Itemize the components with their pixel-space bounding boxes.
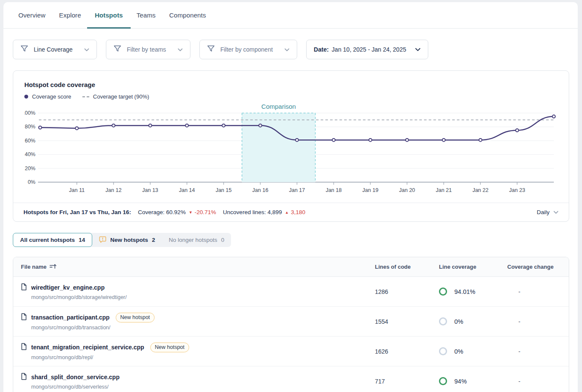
date-label: Date:	[314, 46, 329, 53]
file-icon	[21, 343, 27, 352]
summary-label: Hotspots for Fri, Jan 17 vs Thu, Jan 16:	[23, 209, 131, 215]
data-point[interactable]	[149, 124, 152, 127]
file-cell: shard_split_donor_service.cpp mongo/src/…	[13, 373, 375, 390]
x-tick-label: Jan 21	[436, 187, 452, 193]
sort-ascending-icon	[50, 264, 57, 270]
comparison-label: Comparison	[261, 103, 296, 110]
file-path: mongo/src/mongo/db/transaction/	[31, 325, 375, 331]
coverage-chart: 0%20%40%60%80%100%ComparisonJan 11Jan 12…	[24, 102, 571, 194]
tab-explore[interactable]: Explore	[59, 2, 81, 28]
coverage-ring	[439, 287, 447, 296]
file-cell: tenant_migration_recipient_service.cpp N…	[13, 343, 375, 360]
comparison-summary: Hotspots for Fri, Jan 17 vs Thu, Jan 16:…	[13, 203, 569, 221]
loc-value: 1626	[375, 348, 439, 355]
x-tick-label: Jan 11	[69, 187, 85, 193]
date-range-value: Jan 10, 2025 - Jan 24, 2025	[332, 46, 406, 53]
data-point[interactable]	[222, 124, 225, 127]
file-name[interactable]: tenant_migration_recipient_service.cpp	[31, 344, 144, 351]
file-icon	[21, 313, 27, 322]
new-hotspots-count: 2	[152, 237, 155, 243]
data-point[interactable]	[185, 124, 188, 127]
table-body: wiredtiger_kv_engine.cpp mongo/src/mongo…	[13, 277, 569, 392]
x-tick-label: Jan 14	[179, 187, 195, 193]
data-point[interactable]	[369, 139, 372, 142]
legend-dash-icon	[82, 96, 89, 97]
tab-hotspots[interactable]: Hotspots	[95, 2, 123, 28]
x-tick-label: Jan 22	[472, 187, 488, 193]
coverage-ring	[439, 377, 447, 385]
file-icon	[21, 373, 27, 382]
granularity-dropdown[interactable]: Daily	[537, 209, 559, 215]
table-row[interactable]: wiredtiger_kv_engine.cpp mongo/src/mongo…	[13, 277, 569, 307]
coverage-value: 94.01%	[454, 288, 475, 295]
data-point[interactable]	[332, 139, 335, 142]
hotspots-table: File name Lines of code Line coverage Co…	[13, 257, 569, 392]
coverage-cell: 94.01%	[439, 287, 507, 296]
data-point[interactable]	[112, 124, 115, 127]
y-tick-label: 20%	[25, 166, 35, 171]
file-name[interactable]: shard_split_donor_service.cpp	[31, 374, 120, 380]
data-point[interactable]	[259, 124, 262, 127]
funnel-icon	[114, 45, 121, 54]
alert-bubble-icon	[99, 236, 106, 244]
table-header: File name Lines of code Line coverage Co…	[13, 257, 569, 277]
table-row[interactable]: tenant_migration_recipient_service.cpp N…	[13, 337, 569, 366]
coverage-filter-value: Line Coverage	[34, 46, 73, 53]
funnel-icon	[207, 45, 215, 54]
legend-dot-icon	[24, 95, 28, 99]
tab-all-current-hotspots[interactable]: All current hotspots 14	[13, 233, 92, 247]
x-tick-label: Jan 15	[216, 187, 232, 193]
uncovered-delta: ▲3,180	[285, 209, 305, 215]
legend-coverage-target: Coverage target (90%)	[82, 93, 149, 100]
loc-value: 1286	[375, 288, 439, 295]
column-header-coverage-change: Coverage change	[507, 264, 569, 270]
file-cell: transaction_participant.cpp New hotspot …	[13, 313, 375, 331]
new-hotspot-badge: New hotspot	[116, 313, 155, 322]
x-tick-label: Jan 19	[363, 187, 379, 193]
column-header-file-name[interactable]: File name	[13, 264, 375, 270]
chevron-down-icon	[84, 46, 89, 53]
data-point[interactable]	[553, 115, 556, 118]
x-tick-label: Jan 17	[289, 187, 305, 193]
data-point[interactable]	[516, 129, 519, 132]
hotspot-tabs: All current hotspots 14 New hotspots 2 N…	[13, 233, 568, 247]
teams-filter-dropdown[interactable]: Filter by teams	[106, 40, 190, 59]
tab-components[interactable]: Components	[169, 2, 206, 28]
x-tick-label: Jan 20	[399, 187, 415, 193]
data-point[interactable]	[295, 139, 298, 142]
data-point[interactable]	[442, 139, 445, 142]
y-tick-label: 40%	[25, 151, 35, 157]
y-tick-label: 60%	[25, 138, 35, 144]
chart-title: Hotspot code coverage	[24, 81, 95, 88]
x-tick-label: Jan 12	[105, 187, 122, 193]
data-point[interactable]	[39, 126, 42, 129]
coverage-filter-dropdown[interactable]: Line Coverage	[13, 40, 97, 59]
file-name[interactable]: transaction_participant.cpp	[31, 314, 110, 321]
coverage-ring	[439, 347, 447, 355]
loc-value: 717	[375, 378, 439, 385]
chevron-down-icon	[415, 46, 421, 53]
tab-new-hotspots[interactable]: New hotspots 2	[92, 233, 162, 247]
coverage-value: 0%	[454, 348, 463, 355]
data-point[interactable]	[406, 139, 409, 142]
y-tick-label: 0%	[28, 179, 35, 185]
tab-overview[interactable]: Overview	[18, 2, 45, 28]
table-row[interactable]: transaction_participant.cpp New hotspot …	[13, 307, 569, 337]
tab-no-longer-hotspots[interactable]: No longer hotspots 0	[162, 233, 231, 247]
x-tick-label: Jan 18	[326, 187, 342, 193]
comparison-band[interactable]	[242, 113, 316, 182]
tab-teams[interactable]: Teams	[137, 2, 156, 28]
coverage-cell: 94%	[439, 377, 507, 385]
coverage-cell: 0%	[439, 347, 507, 355]
date-range-dropdown[interactable]: Date: Jan 10, 2025 - Jan 24, 2025	[306, 40, 428, 59]
x-tick-label: Jan 13	[142, 187, 158, 193]
chevron-down-icon	[284, 46, 290, 53]
data-point[interactable]	[479, 139, 482, 142]
file-name[interactable]: wiredtiger_kv_engine.cpp	[31, 284, 105, 291]
component-filter-dropdown[interactable]: Filter by component	[199, 40, 297, 59]
y-tick-label: 100%	[24, 110, 35, 116]
data-point[interactable]	[75, 127, 78, 130]
change-value: -	[507, 348, 569, 355]
table-row[interactable]: shard_split_donor_service.cpp mongo/src/…	[13, 366, 569, 392]
coverage-value: 94%	[454, 378, 467, 385]
